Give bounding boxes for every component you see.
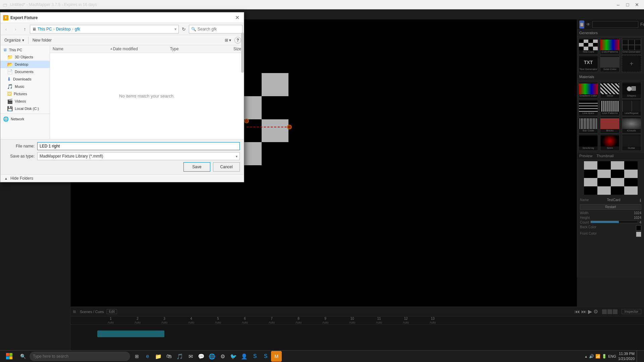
filename-row: File name: [4,142,240,150]
pc-icon: 🖥 [3,48,7,52]
madmapper-taskbar-btn[interactable]: M [271,351,282,362]
battery-icon[interactable]: 🔋 [602,354,607,359]
folder-desktop-icon: 📂 [7,62,13,67]
start-button[interactable] [1,351,17,362]
systray: ▲ 🔊 📶 🔋 ENG [584,354,616,359]
bc-gfk[interactable]: gfk [75,27,80,32]
bc-desktop[interactable]: Desktop [56,27,71,32]
edge-btn[interactable]: e [142,351,153,362]
explorer-btn[interactable]: 📁 [153,351,164,362]
col-size-header[interactable]: Size [213,47,241,51]
folder-3d-icon: 📁 [7,54,13,60]
store-btn[interactable]: 🛍 [164,351,174,362]
minimize-btn[interactable]: – [614,1,623,8]
taskbar-search-input[interactable] [30,352,130,361]
col-type-header[interactable]: Type [170,47,213,51]
lang-label: ENG [608,354,616,358]
network-label: Network [11,117,24,121]
tree-network[interactable]: 🌐 Network [0,115,50,123]
view-btn[interactable]: ⊞ ▾ [223,37,232,44]
volume-icon[interactable]: 🔊 [589,354,594,359]
bird-icon: 🐦 [230,353,237,360]
dialog-footer: File name: Save as type: MadMapper Fixtu… [0,139,244,174]
videos-folder-icon: 🎬 [7,99,13,104]
chevron-up-icon[interactable]: ▲ [584,355,588,358]
savetype-label: Save as type: [4,154,35,159]
bc-dropdown[interactable]: ▾ [174,27,176,32]
system-settings-btn[interactable]: ⚙ [217,351,228,362]
skype-btn2[interactable]: S [260,351,271,362]
face-btn[interactable]: 👤 [239,351,250,362]
mail-btn[interactable]: ✉ [185,351,196,362]
nav-refresh-btn[interactable]: ↻ [179,25,188,34]
tree-thispc[interactable]: 🖥 This PC [0,47,50,53]
show-desktop-btn[interactable] [637,351,640,362]
dialog-nav: ‹ › ↑ 🖥 This PC › Desktop › gfk ▾ ↻ 🔍 [0,23,244,35]
tree-music[interactable]: 🎵 Music [0,83,50,90]
chrome-btn[interactable]: 🌐 [207,351,217,362]
tree-pictures[interactable]: 🖼 Pictures [0,90,50,98]
file-tree: 🖥 This PC 📁 3D Objects 📂 Desktop 📄 Docum… [0,45,50,139]
tree-desktop[interactable]: 📂 Desktop [0,61,50,68]
organize-label: Organize [4,38,21,43]
network-icon[interactable]: 📶 [595,354,600,359]
col-date-header[interactable]: Date modified [113,47,170,51]
bc-thispc[interactable]: This PC [38,27,52,32]
col-name-header[interactable]: Name [53,47,110,51]
music-btn[interactable]: 🎵 [174,351,185,362]
tree-localdisk[interactable]: 💾 Local Disk (C:) [0,105,50,112]
folder-docs-icon: 📄 [7,69,13,74]
skype-icon1: S [253,353,257,359]
3dobjects-label: 3D Objects [15,55,33,59]
pictures-folder-icon: 🖼 [7,91,12,97]
close-btn[interactable]: ✕ [633,1,641,8]
skype-btn1[interactable]: S [250,351,260,362]
tree-3dobjects[interactable]: 📁 3D Objects [0,53,50,61]
bc-icon: 🖥 [32,27,36,32]
tree-documents[interactable]: 📄 Documents [0,68,50,75]
search-taskbar-btn[interactable]: 🔍 [17,351,28,362]
savetype-display[interactable]: MadMapper Fixture Library (*.mmfl) ▾ [37,152,240,160]
search-input[interactable] [198,27,240,32]
bc-sep1: › [53,27,55,32]
filename-input[interactable] [37,142,240,150]
dialog-title-icon: ⬆ [3,15,8,20]
downloads-label: Downloads [13,77,31,81]
dialog-content: 🖥 This PC 📁 3D Objects 📂 Desktop 📄 Docum… [0,45,244,139]
sort-arrow: ▲ [110,47,113,51]
dialog-close-btn[interactable]: ✕ [233,14,241,22]
search-icon: 🔍 [191,27,196,32]
breadcrumb: 🖥 This PC › Desktop › gfk ▾ [30,25,179,34]
svg-rect-2 [6,353,9,356]
bird-btn[interactable]: 🐦 [228,351,239,362]
help-btn[interactable]: ? [234,37,241,44]
cancel-btn[interactable]: Cancel [213,162,240,172]
hide-folders-row[interactable]: ▲ Hide Folders [0,174,244,182]
nav-up-btn[interactable]: ↑ [20,25,29,34]
face-icon: 👤 [241,353,248,360]
save-btn[interactable]: Save [183,162,210,172]
svg-rect-4 [6,356,9,359]
windows-icon [6,353,13,360]
explorer-icon: 📁 [155,353,162,360]
music-label: Music [15,84,24,88]
nav-back-btn[interactable]: ‹ [2,25,10,34]
maximize-btn[interactable]: □ [623,1,632,8]
clock[interactable]: 11:39 PM 1/21/2020 [618,351,635,362]
organize-arrow: ▾ [22,38,24,43]
thispc-label: This PC [9,48,22,52]
new-folder-btn[interactable]: New folder [31,37,53,43]
tree-videos[interactable]: 🎬 Videos [0,98,50,105]
whatsapp-btn[interactable]: 💬 [196,351,207,362]
nav-forward-btn[interactable]: › [11,25,20,34]
organize-btn[interactable]: Organize ▾ [3,37,25,43]
search-taskbar-icon: 🔍 [20,354,26,359]
taskview-btn[interactable]: ⊞ [131,351,142,362]
tree-downloads[interactable]: ⬇ Downloads [0,75,50,83]
view-btns: ⊞ ▾ ? [223,37,241,44]
skype-icon2: S [264,353,268,359]
edge-icon: e [146,353,149,359]
chrome-icon: 🌐 [209,353,215,360]
desktop-label: Desktop [15,62,28,66]
svg-rect-5 [9,356,12,359]
